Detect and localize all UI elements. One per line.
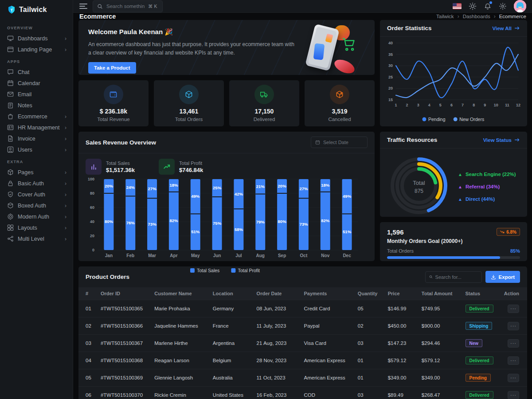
orders-column-header: Payments — [300, 287, 353, 300]
page-header: Ecommerce Tailwick › Dashboards › Ecomme… — [73, 13, 532, 20]
row-actions-button[interactable]: ··· — [508, 305, 519, 313]
order-id[interactable]: #TWT5015100370 — [96, 387, 150, 399]
sidebar-item-landing-page[interactable]: Landing Page› — [6, 44, 68, 55]
row-actions-button[interactable]: ··· — [508, 391, 519, 399]
svg-text:40: 40 — [388, 41, 393, 45]
sidebar-section-label: APPS — [7, 59, 68, 64]
row-actions-button[interactable]: ··· — [508, 374, 519, 382]
orders-column-header: Order ID — [96, 287, 150, 300]
svg-text:T: T — [10, 8, 13, 12]
stat-value: $ 236.18k — [100, 108, 127, 115]
trending-up-icon — [163, 163, 171, 171]
notifications-bell-icon[interactable] — [484, 2, 492, 10]
take-a-product-button[interactable]: Take a Product — [88, 62, 136, 74]
row-actions-button[interactable]: ··· — [508, 339, 519, 348]
status-badge: Delivered — [466, 356, 493, 364]
table-row: 03#TWT5015100367Marlene HirtheArgentina2… — [78, 335, 527, 352]
order-statistics-title: Order Statistics — [387, 25, 432, 31]
orders-search[interactable] — [425, 271, 482, 283]
total-sales-value: $1,517.36k — [106, 167, 135, 173]
order-id[interactable]: #TWT5015100366 — [96, 317, 150, 335]
sidebar-item-layouts[interactable]: Layouts› — [6, 222, 68, 233]
sidebar-item-ecommerce[interactable]: Ecommerce› — [6, 111, 68, 122]
breadcrumb-item[interactable]: Tailwick — [436, 14, 454, 19]
order-id[interactable]: #TWT5015100368 — [96, 352, 150, 369]
sidebar-item-hr-management[interactable]: HR Management› — [6, 122, 68, 133]
svg-text:875: 875 — [415, 188, 423, 194]
settings-gear-icon[interactable] — [499, 2, 507, 10]
svg-text:15: 15 — [388, 98, 393, 102]
orders-column-header: # — [78, 287, 96, 300]
order-statistics-chart: 152025303540123456789101112PendingNew Or… — [380, 37, 527, 125]
bar-chart-icon — [90, 163, 98, 171]
svg-text:27%: 27% — [148, 186, 157, 191]
sidebar-item-pages[interactable]: Pages› — [6, 167, 68, 178]
select-date-field[interactable] — [323, 140, 363, 145]
svg-text:0: 0 — [92, 248, 94, 252]
sales-revenue-chart: 02040608010020%80%Jan24%76%Feb27%73%Mar1… — [78, 176, 375, 278]
stat-label: Total Orders — [175, 117, 203, 122]
sidebar-item-cover-auth[interactable]: Cover Auth› — [6, 189, 68, 200]
chevron-right-icon: › — [65, 214, 66, 220]
sidebar-item-email[interactable]: Email — [6, 89, 68, 100]
search-input[interactable] — [106, 4, 145, 9]
sidebar: T Tailwick OVERVIEWDashboards›Landing Pa… — [0, 0, 73, 399]
sidebar-item-notes[interactable]: Notes — [6, 100, 68, 111]
package-icon — [7, 202, 14, 209]
sidebar-item-calendar[interactable]: Calendar — [6, 78, 68, 89]
svg-text:12: 12 — [516, 103, 520, 107]
table-row: 01#TWT5015100365Marie ProhaskaGermany08 … — [78, 300, 527, 317]
sidebar-item-basic-auth[interactable]: Basic Auth› — [6, 178, 68, 189]
sidebar-item-modern-auth[interactable]: Modern Auth› — [6, 211, 68, 222]
order-id[interactable]: #TWT5015100365 — [96, 300, 150, 317]
row-actions-button[interactable]: ··· — [508, 356, 519, 365]
view-all-link[interactable]: View All — [493, 25, 520, 31]
goal-trend-badge: 6.8% — [497, 228, 520, 236]
sidebar-item-multi-level[interactable]: Multi Level› — [6, 233, 68, 244]
user-avatar[interactable] — [514, 0, 526, 12]
page-title: Ecommerce — [79, 13, 116, 20]
svg-text:1: 1 — [395, 103, 397, 107]
welcome-banner: Welcome Paula Keenan 🎉 An ecommerce dash… — [78, 20, 375, 75]
box-icon — [7, 169, 14, 176]
file-text-icon — [7, 135, 14, 142]
theme-toggle-sun-icon[interactable] — [469, 2, 477, 10]
orders-column-header: Order Date — [252, 287, 300, 300]
chevron-right-icon: › — [65, 147, 66, 153]
language-flag-icon[interactable] — [453, 3, 462, 9]
breadcrumb-separator-icon: › — [458, 13, 459, 20]
chevron-right-icon: › — [65, 47, 66, 53]
sidebar-item-invoice[interactable]: Invoice› — [6, 133, 68, 144]
sidebar-item-boxed-auth[interactable]: Boxed Auth› — [6, 200, 68, 211]
export-button[interactable]: Export — [485, 271, 520, 283]
svg-text:Mar: Mar — [148, 253, 156, 258]
select-date-input[interactable] — [311, 137, 368, 148]
row-actions-button[interactable]: ··· — [508, 322, 519, 330]
brand[interactable]: T Tailwick — [0, 0, 73, 20]
notification-dot — [489, 1, 492, 4]
chevron-right-icon: › — [65, 236, 66, 242]
menu-toggle-icon[interactable] — [79, 4, 87, 9]
arrow-right-icon — [514, 25, 520, 31]
sidebar-item-dashboards[interactable]: Dashboards› — [6, 33, 68, 44]
breadcrumb-item[interactable]: Dashboards — [463, 14, 490, 19]
view-status-link[interactable]: View Status — [483, 137, 520, 143]
svg-text:58%: 58% — [235, 227, 243, 232]
search-icon — [429, 274, 433, 279]
triangle-marker-icon: ▲ — [458, 172, 462, 177]
svg-text:Nov: Nov — [321, 253, 329, 258]
sidebar-item-users[interactable]: Users› — [6, 144, 68, 155]
orders-search-input[interactable] — [435, 274, 478, 280]
sidebar-item-chat[interactable]: Chat — [6, 66, 68, 78]
stat-total-orders: 13,461 Total Orders — [154, 80, 224, 126]
shield-check-icon — [7, 191, 14, 198]
stat-label: Delivered — [254, 117, 275, 122]
orders-column-header: Status — [461, 287, 499, 300]
global-search[interactable]: ⌘ K — [93, 0, 163, 12]
svg-text:80: 80 — [90, 191, 94, 196]
download-icon — [491, 274, 496, 280]
order-id[interactable]: #TWT5015100367 — [96, 335, 150, 352]
order-id[interactable]: #TWT5015100369 — [96, 369, 150, 387]
phone-illustration — [305, 23, 358, 73]
svg-text:New Orders: New Orders — [459, 117, 484, 122]
